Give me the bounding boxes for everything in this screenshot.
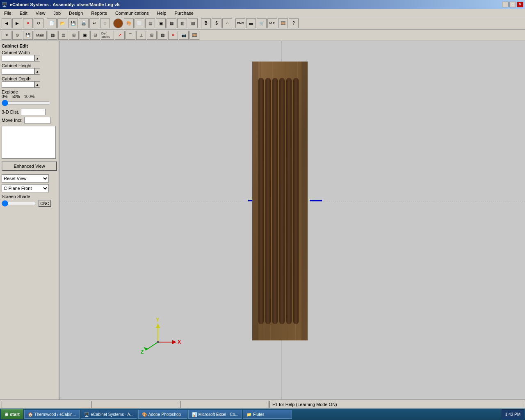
camera-tool[interactable]: 📷: [179, 31, 189, 40]
preview-box: [2, 126, 56, 159]
tool8-button[interactable]: 🛒: [257, 18, 267, 28]
menu-communications[interactable]: Communications: [113, 10, 151, 16]
taskbar-flutes-icon: 📁: [247, 412, 251, 417]
screen-shade-slider[interactable]: [2, 200, 37, 207]
dollar-button[interactable]: $: [212, 18, 221, 28]
enhanced-view-button[interactable]: Enhanced View: [2, 161, 57, 171]
material-button[interactable]: [113, 18, 123, 28]
circle-button[interactable]: ○: [222, 18, 232, 28]
t2-btn1[interactable]: ▦: [48, 31, 57, 40]
taskbar-clock: 1:42 PM: [502, 409, 524, 419]
cabinet-height-row: ▲: [2, 68, 57, 75]
menu-view[interactable]: View: [33, 10, 48, 16]
grid-tool[interactable]: ⊞: [147, 31, 157, 40]
nav-forward-button[interactable]: ▶: [12, 18, 22, 28]
axes-indicator: Z Y X: [133, 317, 183, 354]
status-help: F1 for Help (Learning Mode ON): [269, 401, 523, 408]
canvas-area[interactable]: Z Y X: [59, 41, 525, 399]
taskbar-thermwood-label: Thermwood / eCabin...: [34, 412, 76, 417]
minimize-button[interactable]: _: [502, 2, 509, 7]
windows-icon: ⊞: [5, 412, 8, 417]
grid2-tool[interactable]: ▦: [158, 31, 167, 40]
new-button[interactable]: 📄: [47, 18, 57, 28]
menu-edit[interactable]: Edit: [17, 10, 30, 16]
taskbar-ecabinet-label: eCabinet Systems - A...: [91, 412, 134, 417]
line-tool[interactable]: ⊥: [136, 31, 146, 40]
status-segments: F1 for Help (Learning Mode ON): [2, 401, 523, 408]
cabinet-depth-spinner[interactable]: ▲: [34, 81, 40, 88]
maximize-button[interactable]: □: [509, 2, 516, 7]
open-button[interactable]: 📂: [57, 18, 67, 28]
cplane-dropdown-row: C-Plane Front C-Plane Left C-Plane Top: [2, 184, 57, 192]
mf-button[interactable]: M.F.: [267, 18, 277, 28]
t2-btn5[interactable]: ⊟: [90, 31, 100, 40]
print-button[interactable]: 🖨️: [79, 18, 89, 28]
nav-back-button[interactable]: ◀: [2, 18, 11, 28]
title-bar: 🖥️ eCabinet Systems - Assembly: olsen/Ma…: [0, 0, 525, 9]
delete-tool[interactable]: ✕: [168, 31, 178, 40]
menu-reports[interactable]: Reports: [89, 10, 110, 16]
taskbar-item-flutes[interactable]: 📁 Flutes: [243, 410, 292, 419]
menu-file[interactable]: File: [2, 10, 14, 16]
taskbar-ecabinet-icon: 🖥️: [84, 412, 89, 417]
taskbar-item-thermwood[interactable]: 🏠 Thermwood / eCabin...: [24, 410, 80, 419]
status-bar: F1 for Help (Learning Mode ON): [0, 399, 525, 409]
bold-button[interactable]: B: [201, 18, 211, 28]
cplane-dropdown[interactable]: C-Plane Front C-Plane Left C-Plane Top: [2, 184, 49, 192]
help-icon-button[interactable]: ?: [289, 18, 299, 28]
cabinet-width-input[interactable]: [2, 55, 34, 62]
film2-tool[interactable]: 🎞️: [189, 31, 199, 40]
close-button[interactable]: ✕: [517, 2, 523, 7]
tool5-button[interactable]: ▥: [177, 18, 187, 28]
cabinet-depth-input[interactable]: [2, 81, 34, 88]
cnc-button-panel[interactable]: CNC: [38, 200, 51, 207]
menu-job[interactable]: Job: [51, 10, 63, 16]
cabinet-width-spinner[interactable]: ▲: [34, 55, 40, 62]
taskbar-item-photoshop[interactable]: 🎨 Adobe Photoshop: [138, 410, 187, 419]
nav-refresh-button[interactable]: ↺: [34, 18, 43, 28]
menu-bar: File Edit View Job Design Reports Commun…: [0, 9, 525, 17]
menu-design[interactable]: Design: [66, 10, 85, 16]
cnc-button[interactable]: CNC: [235, 18, 245, 28]
explode-slider[interactable]: [2, 100, 51, 106]
nav-stop-button[interactable]: ✕: [23, 18, 33, 28]
tool7-button[interactable]: ▬: [246, 18, 256, 28]
main-button[interactable]: Main: [34, 31, 47, 40]
save2-button[interactable]: 💾: [23, 31, 33, 40]
orbit-button[interactable]: ⊙: [12, 31, 22, 40]
start-button[interactable]: ⊞ start: [1, 409, 23, 419]
tool6-button[interactable]: ▧: [188, 18, 198, 28]
t2-btn4[interactable]: ▣: [80, 31, 89, 40]
save-button[interactable]: 💾: [68, 18, 78, 28]
film-button[interactable]: 🎞️: [278, 18, 288, 28]
move-input[interactable]: 0'0 1/16": [24, 117, 51, 123]
status-help-text: F1 for Help (Learning Mode ON): [272, 402, 337, 407]
select2-button[interactable]: ✕: [2, 31, 11, 40]
svg-marker-22: [172, 340, 176, 344]
cabinet-depth-label: Cabinet Depth: [2, 76, 57, 81]
cabinet-height-spinner[interactable]: ▲: [34, 68, 40, 75]
reset-view-dropdown[interactable]: Reset View C-Plane Front C-Plane Left C-…: [2, 174, 49, 183]
tool2-button[interactable]: ▤: [145, 18, 155, 28]
def-item-button[interactable]: Def. +Item: [101, 31, 114, 40]
menu-help[interactable]: Help: [155, 10, 169, 16]
tick-right: [310, 200, 322, 201]
menu-purchase[interactable]: Purchase: [172, 10, 196, 16]
tool3-button[interactable]: ▣: [156, 18, 166, 28]
svg-text:Y: Y: [156, 317, 159, 323]
cabinet-edit-title: Cabinet Edit: [2, 43, 57, 48]
select-button[interactable]: ↕: [100, 18, 110, 28]
arrow-tool[interactable]: ↗: [115, 31, 125, 40]
taskbar-item-ecabinet[interactable]: 🖥️ eCabinet Systems - A...: [80, 410, 137, 419]
t2-btn2[interactable]: ▤: [58, 31, 68, 40]
curve-tool[interactable]: ⌒: [126, 31, 135, 40]
dist-input[interactable]: [21, 109, 46, 115]
undo-button[interactable]: ↩: [89, 18, 99, 28]
cabinet-width-row: ▲: [2, 55, 57, 62]
tool4-button[interactable]: ▦: [167, 18, 176, 28]
tool1-button[interactable]: ⬜: [135, 18, 144, 28]
cabinet-height-input[interactable]: [2, 68, 34, 75]
taskbar-item-excel[interactable]: 📊 Microsoft Excel - Co...: [188, 410, 242, 419]
t2-btn3[interactable]: ⊞: [69, 31, 79, 40]
texture-button[interactable]: 🎨: [124, 18, 134, 28]
